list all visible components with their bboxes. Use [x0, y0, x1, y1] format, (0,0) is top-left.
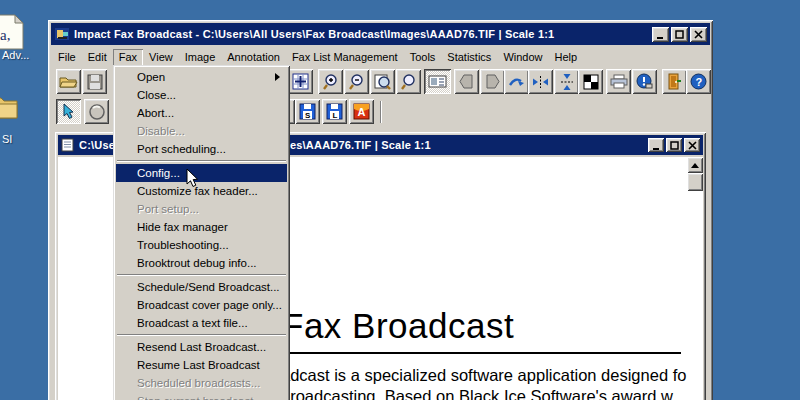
scroll-up-button[interactable] — [687, 157, 703, 173]
save-s-floppy-icon: S — [299, 103, 316, 120]
menu-help[interactable]: Help — [549, 49, 584, 66]
menu-item-open[interactable]: Open — [116, 68, 287, 86]
invert-button[interactable] — [578, 69, 603, 94]
flip-horizontal-button[interactable] — [528, 69, 553, 94]
menu-item-customize-fax-header[interactable]: Customize fax header... — [116, 182, 287, 200]
prev-page-button[interactable] — [454, 69, 479, 94]
help-icon: ? — [690, 73, 707, 90]
abort-print-icon — [636, 73, 653, 90]
pointer-icon — [62, 103, 75, 120]
help-button[interactable]: ? — [686, 69, 711, 94]
scroll-track[interactable] — [687, 191, 703, 400]
zoom-page-button[interactable] — [370, 69, 395, 94]
maximize-button[interactable] — [671, 27, 688, 42]
menu-item-config[interactable]: Config... — [116, 164, 287, 182]
save-button[interactable] — [82, 69, 107, 94]
annotation-button[interactable]: A — [349, 99, 374, 124]
desktop-icon-label: Adv... — [2, 49, 29, 61]
preview-icon — [428, 75, 447, 88]
next-page-button[interactable] — [480, 69, 505, 94]
exit-door-icon — [667, 73, 682, 90]
print-button[interactable] — [606, 69, 631, 94]
next-page-icon — [484, 73, 501, 90]
flip-vertical-icon — [560, 73, 574, 91]
open-button[interactable] — [56, 69, 81, 94]
menu-annotation[interactable]: Annotation — [221, 49, 286, 66]
menu-item-hide-fax-manager[interactable]: Hide fax manager — [116, 218, 287, 236]
document-icon: a, — [0, 14, 24, 50]
child-maximize-button[interactable] — [666, 138, 682, 152]
menu-separator — [117, 160, 286, 162]
menu-item-schedule-send-broadcast[interactable]: Schedule/Send Broadcast... — [116, 278, 287, 296]
rotate-icon — [508, 75, 526, 89]
preview-toggle-button[interactable] — [424, 69, 451, 94]
rotate-button[interactable] — [504, 69, 529, 94]
menu-item-port-scheduling[interactable]: Port scheduling... — [116, 140, 287, 158]
menu-item-broadcast-a-text-file[interactable]: Broadcast a text file... — [116, 314, 287, 332]
menu-item-brooktrout-debug-info[interactable]: Brooktrout debug info... — [116, 254, 287, 272]
svg-text:?: ? — [696, 76, 703, 88]
open-folder-icon — [59, 74, 78, 89]
menu-separator — [117, 334, 286, 336]
menu-item-abort[interactable]: Abort... — [116, 104, 287, 122]
annotation-a-icon: A — [353, 103, 370, 120]
menu-item-broadcast-cover-page-only[interactable]: Broadcast cover page only... — [116, 296, 287, 314]
main-window-title: Impact Fax Broadcast - C:\Users\All User… — [74, 28, 652, 40]
toolbar-separator — [380, 101, 382, 123]
menu-file[interactable]: File — [52, 49, 82, 66]
zoom-out-button[interactable] — [344, 69, 369, 94]
desktop-icon-document[interactable]: a, Adv... — [0, 12, 40, 64]
magnifier-button[interactable] — [396, 69, 421, 94]
save-l-floppy-icon: L — [326, 103, 343, 120]
folder-icon — [0, 92, 20, 122]
desktop: { "colors": { "desktop": "#3A6EA5", "tit… — [0, 0, 800, 400]
close-button[interactable] — [690, 27, 707, 42]
child-minimize-button[interactable] — [648, 138, 664, 152]
menu-fax-list-management[interactable]: Fax List Management — [286, 49, 404, 66]
ellipse-icon — [88, 104, 106, 120]
exit-button[interactable] — [662, 69, 687, 94]
save-all-pages-button[interactable]: L — [322, 99, 347, 124]
svg-text:S: S — [305, 111, 311, 120]
invert-icon — [583, 74, 599, 90]
flip-vertical-button[interactable] — [554, 69, 579, 94]
svg-text:a,: a, — [0, 27, 10, 43]
desktop-icon-folder[interactable]: SI — [0, 92, 30, 150]
desktop-icon-label: SI — [2, 133, 12, 145]
save-single-page-button[interactable]: S — [295, 99, 320, 124]
abort-print-button[interactable] — [632, 69, 657, 94]
ellipse-tool-button[interactable] — [84, 99, 109, 124]
zoom-in-button[interactable] — [318, 69, 343, 94]
menu-window[interactable]: Window — [497, 49, 548, 66]
fax-grid-button[interactable] — [288, 69, 313, 94]
menu-tools[interactable]: Tools — [404, 49, 442, 66]
menu-view[interactable]: View — [143, 49, 179, 66]
vertical-scrollbar[interactable] — [687, 157, 703, 400]
menu-item-scheduled-broadcasts: Scheduled broadcasts... — [116, 374, 287, 392]
scroll-thumb[interactable] — [687, 173, 703, 191]
submenu-arrow-icon — [275, 73, 280, 81]
menu-item-close[interactable]: Close... — [116, 86, 287, 104]
menu-item-stop-current-broadcast: Stop current broadcast — [116, 392, 287, 400]
fax-grid-icon — [292, 73, 309, 90]
menu-item-resume-last-broadcast[interactable]: Resume Last Broadcast — [116, 356, 287, 374]
menu-edit[interactable]: Edit — [82, 49, 113, 66]
menu-item-port-setup: Port setup... — [116, 200, 287, 218]
child-close-button[interactable] — [684, 138, 700, 152]
menu-separator — [117, 274, 286, 276]
menu-image[interactable]: Image — [179, 49, 222, 66]
prev-page-icon — [458, 73, 475, 90]
minimize-button[interactable] — [652, 27, 669, 42]
printer-icon — [610, 74, 628, 89]
fax-menu-popup: Open Close... Abort... Disable... Port s… — [113, 65, 290, 400]
zoom-page-icon — [374, 73, 391, 90]
zoom-in-icon — [322, 73, 339, 90]
zoom-out-icon — [348, 73, 365, 90]
menu-item-resend-last-broadcast[interactable]: Resend Last Broadcast... — [116, 338, 287, 356]
menu-fax[interactable]: Fax — [113, 49, 143, 66]
fax-document-icon — [61, 138, 75, 152]
main-titlebar[interactable]: Impact Fax Broadcast - C:\Users\All User… — [51, 23, 710, 45]
pointer-tool-button[interactable] — [56, 99, 81, 124]
menu-item-troubleshooting[interactable]: Troubleshooting... — [116, 236, 287, 254]
menu-statistics[interactable]: Statistics — [441, 49, 497, 66]
